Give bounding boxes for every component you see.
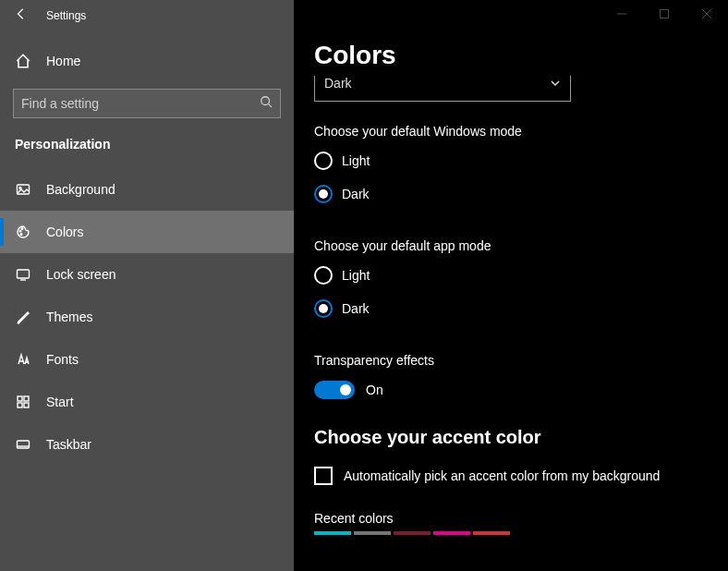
radio-icon — [314, 185, 333, 203]
toggle-state-label: On — [366, 383, 383, 397]
radio-icon — [314, 299, 333, 318]
checkbox-label: Automatically pick an accent color from … — [344, 468, 660, 483]
svg-point-0 — [261, 97, 270, 105]
windows-mode-light-radio[interactable]: Light — [314, 152, 708, 170]
sidebar-item-label: Fonts — [46, 352, 79, 367]
checkbox-icon — [314, 467, 333, 485]
recent-colors-label: Recent colors — [314, 511, 708, 526]
nav-list: Background Colors Lock screen Themes — [0, 168, 294, 466]
sidebar-item-lock-screen[interactable]: Lock screen — [0, 253, 294, 296]
sidebar-item-label: Start — [46, 395, 74, 409]
color-swatch[interactable] — [354, 531, 391, 535]
recent-color-swatches — [314, 531, 708, 535]
svg-rect-10 — [24, 403, 29, 407]
sidebar-item-label: Background — [46, 182, 115, 197]
palette-icon — [15, 224, 31, 240]
nav-home[interactable]: Home — [0, 41, 294, 81]
page-title: Colors — [314, 41, 708, 70]
search-icon — [260, 95, 273, 112]
content: Colors Dark Choose your default Windows … — [294, 0, 728, 535]
sidebar-item-label: Colors — [46, 225, 83, 239]
brush-icon — [15, 309, 31, 325]
home-icon — [15, 53, 31, 69]
windows-mode-dark-radio[interactable]: Dark — [314, 185, 708, 203]
sidebar: Settings Home Personalization Backgro — [0, 0, 294, 571]
color-swatch[interactable] — [314, 531, 351, 535]
search-box[interactable] — [13, 89, 281, 118]
minimize-button[interactable] — [601, 0, 643, 28]
minimize-icon — [617, 6, 626, 22]
search-input[interactable] — [21, 96, 260, 111]
sidebar-item-background[interactable]: Background — [0, 168, 294, 211]
sidebar-item-colors[interactable]: Colors — [0, 211, 294, 253]
close-button[interactable] — [686, 0, 728, 28]
radio-icon — [314, 266, 333, 285]
sidebar-item-taskbar[interactable]: Taskbar — [0, 423, 294, 466]
sidebar-item-start[interactable]: Start — [0, 381, 294, 423]
toggle-knob — [340, 384, 351, 395]
svg-rect-6 — [18, 270, 30, 278]
maximize-icon — [660, 6, 669, 22]
sidebar-section-title: Personalization — [0, 129, 294, 168]
maximize-button[interactable] — [643, 0, 686, 28]
radio-label: Dark — [342, 187, 370, 201]
accent-section-title: Choose your accent color — [314, 427, 708, 448]
lockscreen-icon — [15, 266, 31, 283]
sidebar-item-fonts[interactable]: Fonts — [0, 338, 294, 381]
windows-mode-label: Choose your default Windows mode — [314, 124, 708, 139]
svg-rect-9 — [18, 403, 22, 407]
sidebar-item-label: Taskbar — [46, 437, 91, 452]
close-icon — [702, 6, 711, 22]
settings-window: Settings Home Personalization Backgro — [0, 0, 728, 571]
radio-label: Light — [342, 268, 370, 283]
color-swatch[interactable] — [433, 531, 470, 535]
dropdown-value: Dark — [324, 76, 352, 91]
app-mode-label: Choose your default app mode — [314, 238, 708, 253]
main-content: Colors Dark Choose your default Windows … — [294, 0, 728, 571]
svg-rect-14 — [661, 10, 669, 18]
svg-point-4 — [21, 228, 23, 230]
nav-home-label: Home — [46, 54, 80, 68]
taskbar-icon — [15, 436, 31, 453]
color-swatch[interactable] — [394, 531, 431, 535]
color-swatch[interactable] — [473, 531, 510, 535]
transparency-label: Transparency effects — [314, 353, 708, 368]
transparency-toggle[interactable] — [314, 381, 355, 399]
svg-rect-8 — [24, 396, 29, 401]
auto-accent-checkbox-row[interactable]: Automatically pick an accent color from … — [314, 467, 708, 485]
back-button[interactable] — [6, 0, 37, 31]
arrow-left-icon — [15, 7, 28, 24]
transparency-toggle-row: On — [314, 381, 708, 399]
app-title: Settings — [46, 9, 86, 22]
svg-point-2 — [19, 188, 21, 189]
sidebar-header: Settings — [0, 0, 294, 31]
radio-icon — [314, 152, 333, 170]
radio-label: Dark — [342, 301, 370, 316]
color-mode-dropdown[interactable]: Dark — [314, 76, 571, 102]
svg-point-5 — [20, 234, 22, 236]
window-controls — [601, 0, 728, 28]
picture-icon — [15, 181, 31, 198]
sidebar-item-label: Lock screen — [46, 267, 115, 282]
radio-label: Light — [342, 153, 370, 168]
fonts-icon — [15, 351, 31, 368]
svg-rect-11 — [18, 441, 30, 448]
app-mode-dark-radio[interactable]: Dark — [314, 299, 708, 318]
svg-point-3 — [19, 230, 21, 232]
search-wrap — [0, 81, 294, 129]
chevron-down-icon — [550, 76, 561, 91]
app-mode-light-radio[interactable]: Light — [314, 266, 708, 285]
sidebar-item-label: Themes — [46, 310, 93, 324]
sidebar-item-themes[interactable]: Themes — [0, 296, 294, 338]
start-icon — [15, 394, 31, 410]
svg-rect-7 — [18, 396, 22, 401]
